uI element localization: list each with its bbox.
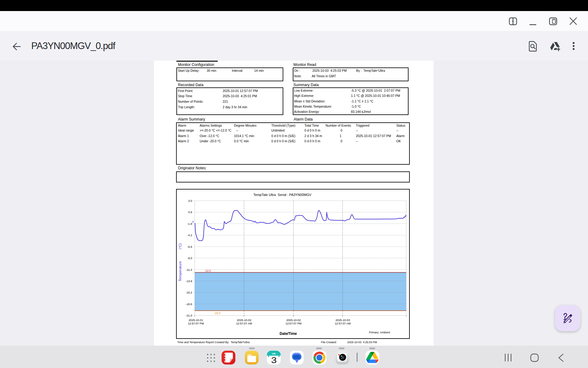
svg-text:-9.0: -9.0 xyxy=(187,257,192,260)
svg-text:T: T xyxy=(192,220,194,224)
svg-text:-13.8: -13.8 xyxy=(186,280,192,283)
svg-text:2025-10-03: 2025-10-03 xyxy=(336,319,350,322)
svg-text:-12.0: -12.0 xyxy=(205,269,211,272)
svg-text:Temperature: Temperature xyxy=(178,261,182,282)
svg-text:Primary: Ambient: Primary: Ambient xyxy=(369,331,390,334)
svg-text:-18.6: -18.6 xyxy=(186,303,192,306)
svg-text:-21.0: -21.0 xyxy=(186,314,192,317)
svg-text:12:57:07 AM: 12:57:07 AM xyxy=(236,322,252,325)
svg-text:2025-10-01: 2025-10-01 xyxy=(189,319,203,322)
svg-text:-16.2: -16.2 xyxy=(186,291,192,294)
svg-text:-6.6: -6.6 xyxy=(187,245,192,248)
svg-text:Date/Time: Date/Time xyxy=(280,332,297,336)
svg-text:TempTale Ultra Serial : PA3YN: TempTale Ultra Serial : PA3YN00MGV xyxy=(253,193,311,197)
svg-text:-1.8: -1.8 xyxy=(187,222,192,225)
svg-text:0.6: 0.6 xyxy=(188,211,192,214)
svg-text:3: 3 xyxy=(271,355,277,364)
svg-text:-20.0: -20.0 xyxy=(214,312,221,315)
svg-text:T: T xyxy=(405,214,407,217)
svg-text:(°C): (°C) xyxy=(178,243,182,250)
svg-text:-4.2: -4.2 xyxy=(187,234,192,237)
svg-text:12:57:07 PM: 12:57:07 PM xyxy=(285,322,301,325)
svg-text:12:57:07 AM: 12:57:07 AM xyxy=(335,322,351,325)
svg-text:2025-10-02: 2025-10-02 xyxy=(286,319,301,322)
svg-text:2025-10-02: 2025-10-02 xyxy=(237,319,251,322)
svg-text:3.0: 3.0 xyxy=(188,199,192,202)
svg-text:VIE: VIE xyxy=(272,352,276,355)
svg-text:-11.4: -11.4 xyxy=(186,268,192,271)
svg-text:12:57:07 PM: 12:57:07 PM xyxy=(188,322,204,325)
